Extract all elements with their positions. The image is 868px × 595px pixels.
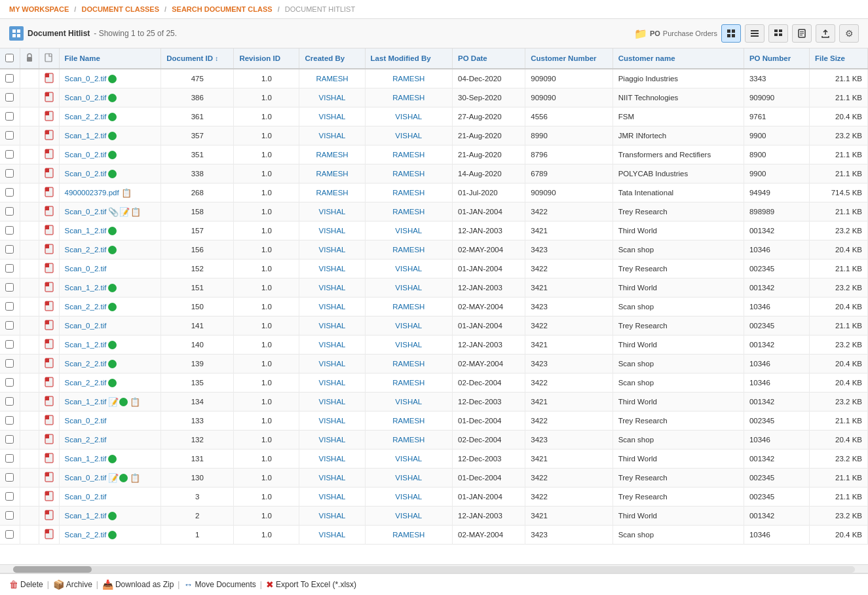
- header-customernumber[interactable]: Customer Number: [525, 48, 613, 69]
- createdby-link[interactable]: VISHAL: [319, 379, 346, 387]
- upload-button[interactable]: [816, 24, 835, 43]
- createdby-link[interactable]: VISHAL: [319, 303, 346, 311]
- row-checkbox[interactable]: [5, 150, 14, 159]
- row-createdby[interactable]: VISHAL: [299, 221, 365, 240]
- row-lastmodifiedby[interactable]: VISHAL: [365, 107, 452, 126]
- row-checkbox[interactable]: [5, 74, 14, 83]
- delete-button[interactable]: 🗑 Delete: [9, 579, 43, 590]
- view-thumbnails-button[interactable]: [768, 24, 788, 43]
- row-filename[interactable]: Scan_0_2.tif: [59, 488, 161, 507]
- lastmodifiedby-link[interactable]: RAMESH: [392, 170, 425, 178]
- filename-link[interactable]: Scan_0_2.tif: [65, 265, 107, 273]
- row-checkbox[interactable]: [5, 454, 14, 463]
- row-lastmodifiedby[interactable]: RAMESH: [365, 88, 452, 107]
- createdby-link[interactable]: VISHAL: [319, 208, 346, 216]
- lastmodifiedby-link[interactable]: RAMESH: [392, 246, 425, 254]
- row-checkbox[interactable]: [5, 245, 14, 254]
- filename-link[interactable]: Scan_0_2.tif: [65, 151, 107, 159]
- row-filename[interactable]: Scan_2_2.tif: [59, 526, 161, 545]
- row-checkbox[interactable]: [5, 416, 14, 425]
- row-createdby[interactable]: VISHAL: [299, 469, 365, 488]
- row-checkbox[interactable]: [5, 397, 14, 406]
- header-filename[interactable]: File Name: [59, 48, 161, 69]
- row-lastmodifiedby[interactable]: RAMESH: [365, 298, 452, 317]
- header-docid[interactable]: Document ID ↕: [161, 48, 234, 69]
- row-filename[interactable]: Scan_2_2.tif: [59, 107, 161, 126]
- row-filename[interactable]: Scan_2_2.tif: [59, 374, 161, 393]
- createdby-link[interactable]: VISHAL: [319, 322, 346, 330]
- row-lastmodifiedby[interactable]: VISHAL: [365, 336, 452, 355]
- row-filename[interactable]: Scan_0_2.tif: [59, 317, 161, 336]
- row-checkbox[interactable]: [5, 226, 14, 235]
- row-filename[interactable]: Scan_1_2.tif: [59, 126, 161, 145]
- filename-link[interactable]: Scan_2_2.tif: [65, 360, 107, 368]
- header-createdby[interactable]: Created By: [299, 48, 365, 69]
- row-checkbox-cell[interactable]: [0, 336, 20, 355]
- lastmodifiedby-link[interactable]: RAMESH: [392, 379, 425, 387]
- row-checkbox-cell[interactable]: [0, 469, 20, 488]
- filename-link[interactable]: Scan_2_2.tif: [65, 531, 107, 539]
- row-lastmodifiedby[interactable]: RAMESH: [365, 355, 452, 374]
- lastmodifiedby-link[interactable]: VISHAL: [395, 512, 422, 520]
- row-checkbox-cell[interactable]: [0, 393, 20, 412]
- row-createdby[interactable]: VISHAL: [299, 450, 365, 469]
- createdby-link[interactable]: VISHAL: [319, 284, 346, 292]
- row-checkbox[interactable]: [5, 302, 14, 311]
- row-checkbox[interactable]: [5, 511, 14, 520]
- row-checkbox[interactable]: [5, 283, 14, 292]
- filename-link[interactable]: Scan_0_2.tif: [65, 493, 107, 501]
- row-lastmodifiedby[interactable]: RAMESH: [365, 164, 452, 183]
- row-lastmodifiedby[interactable]: VISHAL: [365, 317, 452, 336]
- row-createdby[interactable]: VISHAL: [299, 240, 365, 259]
- row-checkbox-cell[interactable]: [0, 164, 20, 183]
- row-filename[interactable]: 4900002379.pdf📋: [59, 183, 161, 202]
- row-filename[interactable]: Scan_1_2.tif📝📋: [59, 393, 161, 412]
- row-createdby[interactable]: VISHAL: [299, 488, 365, 507]
- row-checkbox-cell[interactable]: [0, 507, 20, 526]
- lastmodifiedby-link[interactable]: VISHAL: [395, 265, 422, 273]
- filename-link[interactable]: Scan_2_2.tif: [65, 379, 107, 387]
- row-checkbox-cell[interactable]: [0, 107, 20, 126]
- createdby-link[interactable]: RAMESH: [316, 75, 348, 83]
- row-lastmodifiedby[interactable]: RAMESH: [365, 374, 452, 393]
- lastmodifiedby-link[interactable]: VISHAL: [395, 341, 422, 349]
- row-filename[interactable]: Scan_1_2.tif: [59, 336, 161, 355]
- lastmodifiedby-link[interactable]: RAMESH: [392, 531, 425, 539]
- row-checkbox[interactable]: [5, 340, 14, 349]
- lastmodifiedby-link[interactable]: VISHAL: [395, 113, 422, 121]
- createdby-link[interactable]: VISHAL: [319, 474, 346, 482]
- breadcrumb-item-classes[interactable]: DOCUMENT CLASSES: [81, 5, 159, 13]
- breadcrumb-item-search[interactable]: SEARCH DOCUMENT CLASS: [172, 5, 272, 13]
- row-filename[interactable]: Scan_0_2.tif📝📋: [59, 469, 161, 488]
- lastmodifiedby-link[interactable]: VISHAL: [395, 227, 422, 235]
- row-checkbox-cell[interactable]: [0, 240, 20, 259]
- row-checkbox[interactable]: [5, 112, 14, 121]
- row-lastmodifiedby[interactable]: VISHAL: [365, 278, 452, 298]
- row-filename[interactable]: Scan_2_2.tif: [59, 431, 161, 450]
- createdby-link[interactable]: VISHAL: [319, 398, 346, 406]
- row-checkbox-cell[interactable]: [0, 412, 20, 431]
- row-checkbox[interactable]: [5, 169, 14, 178]
- lastmodifiedby-link[interactable]: VISHAL: [395, 455, 422, 463]
- row-lastmodifiedby[interactable]: VISHAL: [365, 469, 452, 488]
- row-checkbox[interactable]: [5, 131, 14, 140]
- lastmodifiedby-link[interactable]: VISHAL: [395, 493, 422, 501]
- row-filename[interactable]: Scan_1_2.tif: [59, 507, 161, 526]
- row-checkbox[interactable]: [5, 264, 14, 273]
- row-createdby[interactable]: RAMESH: [299, 69, 365, 88]
- row-createdby[interactable]: RAMESH: [299, 145, 365, 164]
- row-filename[interactable]: Scan_1_2.tif: [59, 450, 161, 469]
- lastmodifiedby-link[interactable]: RAMESH: [392, 417, 425, 425]
- row-createdby[interactable]: VISHAL: [299, 336, 365, 355]
- archive-button[interactable]: 📦 Archive: [53, 579, 92, 590]
- row-filename[interactable]: Scan_1_2.tif: [59, 278, 161, 298]
- row-lastmodifiedby[interactable]: VISHAL: [365, 450, 452, 469]
- filename-link[interactable]: Scan_0_2.tif: [65, 322, 107, 330]
- header-revid[interactable]: Revision ID: [234, 48, 299, 69]
- row-checkbox[interactable]: [5, 435, 14, 444]
- createdby-link[interactable]: RAMESH: [316, 189, 348, 197]
- row-checkbox[interactable]: [5, 188, 14, 197]
- header-customername[interactable]: Customer name: [613, 48, 744, 69]
- row-checkbox[interactable]: [5, 207, 14, 216]
- filename-link[interactable]: Scan_1_2.tif: [65, 341, 107, 349]
